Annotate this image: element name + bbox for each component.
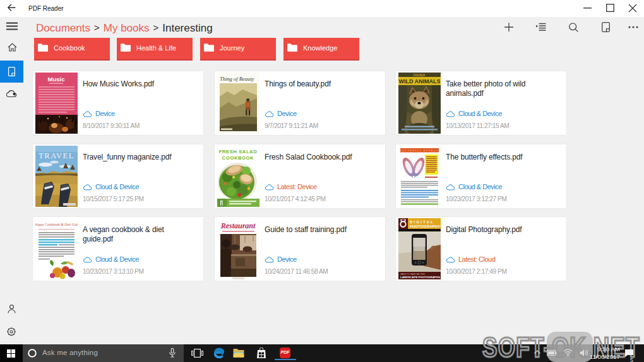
svg-text:TRAVEL: TRAVEL: [39, 151, 75, 160]
svg-text:BUTTERFLY EFFECT: BUTTERFLY EFFECT: [400, 149, 439, 152]
svg-text:Restaurant: Restaurant: [220, 221, 256, 230]
svg-text:FRESH SALAD: FRESH SALAD: [219, 149, 258, 155]
svg-text:WILD ANIMALS: WILD ANIMALS: [398, 78, 440, 85]
svg-text:A Vegan Cookbook & Diet Guide: A Vegan Cookbook & Diet Guide: [35, 223, 78, 226]
svg-text:WAYS TO TAKE BETTER: WAYS TO TAKE BETTER: [400, 273, 425, 276]
svg-text:Thing of Beauty: Thing of Beauty: [220, 76, 254, 82]
svg-text:PHOTOGRAPHY: PHOTOGRAPHY: [410, 225, 440, 228]
svg-text:COOKBOOK: COOKBOOK: [222, 155, 254, 161]
svg-text:LANDSCAPE PHOTOGRAPHS: LANDSCAPE PHOTOGRAPHS: [400, 276, 440, 279]
svg-text:FRASER: FRASER: [414, 74, 426, 77]
svg-text:Music: Music: [48, 76, 65, 83]
svg-text:DIGITAL: DIGITAL: [410, 220, 434, 224]
